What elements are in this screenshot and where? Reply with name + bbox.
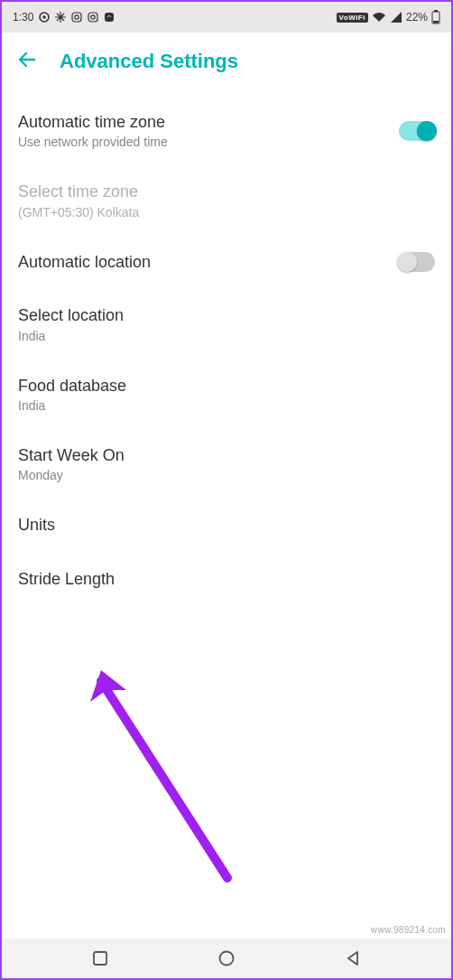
setting-title: Start Week On bbox=[18, 445, 435, 466]
annotation-arrow-icon bbox=[83, 670, 263, 900]
svg-point-1 bbox=[43, 15, 47, 19]
nav-home-icon[interactable] bbox=[217, 949, 236, 967]
svg-rect-6 bbox=[105, 13, 114, 22]
setting-start-week-on[interactable]: Start Week On Monday bbox=[18, 429, 435, 499]
setting-title: Stride Length bbox=[18, 569, 435, 590]
settings-list: Automatic time zone Use network provided… bbox=[2, 87, 451, 606]
setting-text: Start Week On Monday bbox=[18, 445, 435, 482]
battery-icon bbox=[431, 10, 440, 24]
setting-title: Automatic time zone bbox=[18, 112, 399, 133]
svg-point-11 bbox=[219, 952, 233, 966]
svg-rect-8 bbox=[434, 10, 438, 12]
setting-subtitle: Monday bbox=[18, 468, 435, 482]
setting-title: Automatic location bbox=[18, 252, 399, 273]
instagram-icon bbox=[88, 12, 98, 23]
instagram-icon bbox=[71, 12, 82, 23]
setting-title: Units bbox=[18, 515, 435, 536]
status-time: 1:30 bbox=[13, 11, 33, 23]
back-arrow-icon[interactable] bbox=[16, 49, 38, 74]
status-left: 1:30 bbox=[13, 11, 115, 23]
status-right: VoWiFi 22% bbox=[337, 10, 440, 24]
nav-recent-icon[interactable] bbox=[92, 950, 108, 966]
nav-back-icon[interactable] bbox=[345, 950, 361, 966]
watermark: www.989214.com bbox=[371, 925, 446, 935]
setting-text: Food database India bbox=[18, 376, 435, 413]
setting-units[interactable]: Units bbox=[18, 499, 435, 552]
svg-rect-4 bbox=[88, 13, 97, 22]
slack-icon bbox=[55, 12, 66, 23]
setting-subtitle: Use network provided time bbox=[18, 135, 399, 149]
setting-select-time-zone: Select time zone (GMT+05:30) Kolkata bbox=[18, 165, 435, 235]
battery-percent: 22% bbox=[406, 11, 428, 23]
app-square-icon bbox=[104, 12, 115, 23]
toggle-switch[interactable] bbox=[399, 252, 435, 272]
setting-subtitle: India bbox=[18, 398, 435, 413]
svg-point-3 bbox=[75, 15, 79, 19]
setting-text: Units bbox=[18, 515, 435, 536]
setting-select-location[interactable]: Select location India bbox=[18, 289, 435, 359]
toggle-switch[interactable] bbox=[399, 121, 435, 141]
setting-text: Stride Length bbox=[18, 569, 435, 590]
wifi-icon bbox=[372, 12, 386, 23]
setting-title: Select time zone bbox=[18, 182, 435, 202]
setting-text: Select time zone (GMT+05:30) Kolkata bbox=[18, 182, 435, 219]
setting-title: Select location bbox=[18, 305, 435, 326]
navigation-bar bbox=[2, 938, 451, 978]
setting-subtitle: (GMT+05:30) Kolkata bbox=[18, 205, 435, 219]
app-bar: Advanced Settings bbox=[2, 33, 451, 87]
vowifi-badge: VoWiFi bbox=[337, 13, 368, 23]
status-bar: 1:30 VoWiFi 22% bbox=[2, 2, 451, 33]
svg-rect-2 bbox=[72, 13, 81, 22]
setting-stride-length[interactable]: Stride Length bbox=[18, 553, 435, 606]
setting-text: Select location India bbox=[18, 305, 435, 342]
page-title: Advanced Settings bbox=[60, 50, 238, 73]
circle-dot-icon bbox=[39, 12, 50, 23]
setting-text: Automatic time zone Use network provided… bbox=[18, 112, 399, 149]
svg-point-5 bbox=[91, 15, 95, 19]
setting-text: Automatic location bbox=[18, 252, 399, 273]
signal-icon bbox=[390, 12, 402, 23]
setting-title: Food database bbox=[18, 376, 435, 397]
setting-automatic-location[interactable]: Automatic location bbox=[18, 236, 435, 289]
setting-subtitle: India bbox=[18, 329, 435, 343]
setting-food-database[interactable]: Food database India bbox=[18, 359, 435, 429]
setting-automatic-time-zone[interactable]: Automatic time zone Use network provided… bbox=[18, 96, 435, 165]
svg-rect-9 bbox=[433, 21, 439, 23]
svg-rect-10 bbox=[94, 952, 106, 965]
